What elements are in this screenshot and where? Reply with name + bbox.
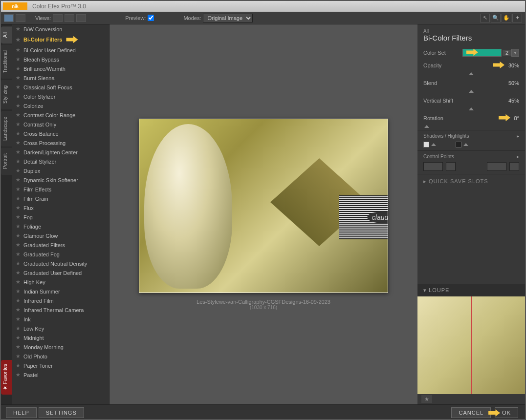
filter-item[interactable]: ★Graduated Fog: [12, 250, 109, 259]
star-icon[interactable]: ★: [16, 214, 21, 220]
tab-traditional[interactable]: Traditional: [1, 44, 12, 79]
filter-item[interactable]: ★Infrared Film: [12, 296, 109, 305]
filter-item[interactable]: ★Contrast Color Range: [12, 110, 109, 120]
star-icon[interactable]: ★: [16, 37, 21, 43]
view-split-v[interactable]: [76, 14, 86, 22]
filter-item[interactable]: ★Bi-Color User Defined: [12, 45, 109, 55]
filter-item[interactable]: ★Glamour Glow: [12, 231, 109, 240]
cp-plus-button[interactable]: [509, 162, 519, 171]
star-icon[interactable]: ★: [16, 260, 21, 267]
star-icon[interactable]: ★: [16, 177, 21, 183]
settings-button[interactable]: SETTINGS: [39, 407, 84, 418]
filter-item[interactable]: ★Contrast Only: [12, 120, 109, 129]
filter-list[interactable]: ★B/W Conversion★Bi-Color Filters★Bi-Colo…: [12, 24, 110, 404]
star-icon[interactable]: ★: [16, 279, 21, 285]
star-icon[interactable]: ★: [16, 186, 21, 192]
star-icon[interactable]: ★: [16, 75, 21, 81]
loupe-view[interactable]: [417, 296, 525, 394]
star-icon[interactable]: ★: [16, 56, 21, 63]
star-icon[interactable]: ★: [16, 232, 21, 239]
tab-all[interactable]: All: [1, 26, 12, 43]
filter-item[interactable]: ★Darken/Lighten Center: [12, 147, 109, 157]
star-icon[interactable]: ★: [16, 130, 21, 137]
star-icon[interactable]: ★: [16, 47, 21, 53]
star-icon[interactable]: ★: [16, 325, 21, 332]
tab-portrait[interactable]: Portrait: [1, 147, 12, 175]
view-split-h[interactable]: [65, 14, 74, 22]
filter-item[interactable]: ★Film Effects: [12, 185, 109, 194]
zoom-tool-icon[interactable]: 🔍: [491, 14, 501, 22]
slider-indicator[interactable]: [424, 125, 429, 128]
filter-item[interactable]: ★Foliage: [12, 222, 109, 231]
star-icon[interactable]: ★: [16, 288, 21, 294]
filter-item[interactable]: ★Cross Balance: [12, 129, 109, 138]
preview-canvas[interactable]: claudia: [139, 119, 388, 293]
tab-landscape[interactable]: Landscape: [1, 111, 12, 147]
vshift-row[interactable]: Vertical Shift 45%: [417, 95, 525, 106]
filter-item[interactable]: ★Cross Processing: [12, 138, 109, 147]
slider-indicator[interactable]: [469, 107, 474, 110]
arrow-tool-icon[interactable]: ↖: [480, 14, 490, 22]
star-icon[interactable]: ★: [16, 344, 21, 350]
filter-item[interactable]: ★Colorize: [12, 101, 109, 110]
star-icon[interactable]: ★: [16, 121, 21, 127]
star-icon[interactable]: ★: [16, 93, 21, 100]
filter-item[interactable]: ★Graduated Filters: [12, 240, 109, 250]
filter-item[interactable]: ★Duplex: [12, 166, 109, 175]
hand-tool-icon[interactable]: ✋: [502, 14, 511, 22]
highlights-checkbox[interactable]: [456, 142, 461, 147]
star-icon[interactable]: ★: [16, 316, 21, 322]
view-mode-1[interactable]: [4, 14, 14, 22]
light-tool-icon[interactable]: ✦: [512, 14, 522, 22]
filter-item[interactable]: ★Low Key: [12, 324, 109, 333]
loupe-star-icon[interactable]: ★: [421, 395, 432, 403]
shadows-checkbox[interactable]: [423, 142, 429, 147]
expand-icon[interactable]: ▸: [517, 133, 519, 139]
loupe-header[interactable]: ▾ LOUPE: [417, 284, 525, 296]
filter-item[interactable]: ★Fog: [12, 212, 109, 222]
color-set-dropdown[interactable]: ▼: [511, 49, 519, 57]
help-button[interactable]: HELP: [6, 407, 37, 418]
filter-item[interactable]: ★Bi-Color Filters: [12, 34, 109, 45]
star-icon[interactable]: ★: [16, 158, 21, 165]
star-icon[interactable]: ★: [16, 168, 21, 174]
star-icon[interactable]: ★: [16, 103, 21, 109]
view-single[interactable]: [53, 14, 63, 22]
expand-icon[interactable]: ▸: [517, 154, 519, 159]
filter-item[interactable]: ★Paper Toner: [12, 361, 109, 370]
star-icon[interactable]: ★: [16, 149, 21, 155]
filter-item[interactable]: ★High Key: [12, 277, 109, 287]
cp-remove-button[interactable]: [446, 162, 456, 171]
star-icon[interactable]: ★: [16, 242, 21, 248]
star-icon[interactable]: ★: [16, 362, 21, 369]
blend-row[interactable]: Blend 50%: [417, 77, 525, 89]
slider-indicator[interactable]: [469, 90, 474, 93]
filter-item[interactable]: ★Pastel: [12, 370, 109, 379]
star-icon[interactable]: ★: [16, 65, 21, 72]
filter-item[interactable]: ★Burnt Sienna: [12, 73, 109, 83]
rotation-row[interactable]: Rotation 8°: [417, 112, 525, 124]
cp-add-button[interactable]: [423, 162, 443, 171]
opacity-row[interactable]: Opacity 30%: [417, 60, 525, 71]
star-icon[interactable]: ★: [16, 140, 21, 146]
filter-item[interactable]: ★Bleach Bypass: [12, 55, 109, 64]
cp-reset-button[interactable]: [487, 162, 506, 171]
filter-item[interactable]: ★Midnight: [12, 333, 109, 342]
filter-item[interactable]: ★Brilliance/Warmth: [12, 64, 109, 73]
filter-item[interactable]: ★Graduated User Defined: [12, 268, 109, 277]
star-icon[interactable]: ★: [16, 335, 21, 341]
star-icon[interactable]: ★: [16, 270, 21, 276]
filter-item[interactable]: ★Infrared Thermal Camera: [12, 305, 109, 315]
star-icon[interactable]: ★: [16, 353, 21, 359]
star-icon[interactable]: ★: [16, 251, 21, 257]
star-icon[interactable]: ★: [16, 84, 21, 90]
filter-item[interactable]: ★Indian Summer: [12, 287, 109, 296]
filter-item[interactable]: ★Flux: [12, 203, 109, 212]
modes-select[interactable]: Original Image: [203, 14, 253, 22]
star-icon[interactable]: ★: [16, 297, 21, 304]
tab-favorites[interactable]: ★ Favorites: [1, 360, 12, 395]
view-mode-2[interactable]: [16, 14, 25, 22]
filter-item[interactable]: ★Detail Stylizer: [12, 157, 109, 166]
star-icon[interactable]: ★: [16, 112, 21, 118]
filter-item[interactable]: ★Color Stylizer: [12, 92, 109, 101]
